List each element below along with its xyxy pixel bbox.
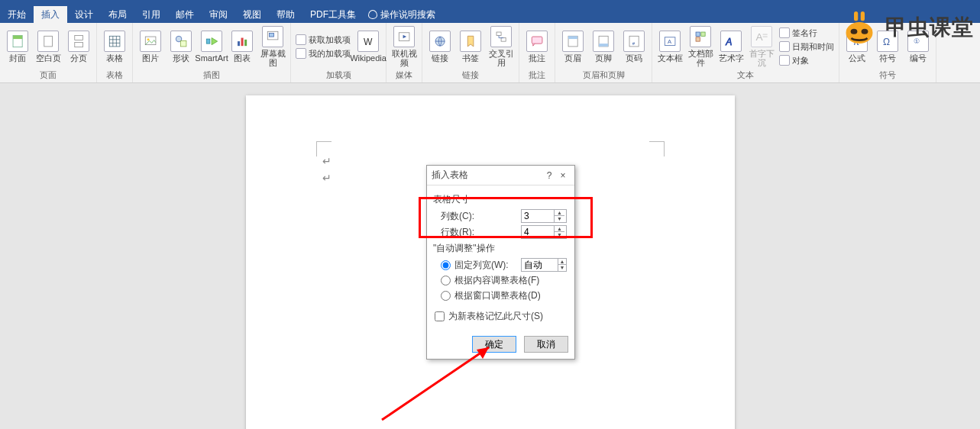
tab-mail[interactable]: 邮件 [168,6,202,23]
fixed-width-radio[interactable] [441,260,451,270]
bookmark-button[interactable]: 书签 [456,29,485,64]
pagenum-button[interactable]: #页码 [619,29,648,64]
autofit-section: "自动调整"操作 [433,242,567,255]
cover-page-button[interactable]: 封面 [3,29,32,64]
tell-me-search[interactable]: 操作说明搜索 [368,8,435,21]
group-addins-label: 加载项 [326,69,351,82]
fixed-width-input[interactable] [522,260,554,270]
bookmark-icon [460,31,481,52]
group-links-label: 链接 [462,69,479,82]
spin-up-icon[interactable]: ▲ [555,226,564,232]
remember-size-checkbox[interactable] [435,311,445,321]
fit-content-label: 根据内容调整表格(F) [454,274,539,287]
link-button[interactable]: 链接 [425,29,454,64]
tab-start[interactable]: 开始 [0,6,34,23]
svg-rect-38 [696,37,700,41]
fit-window-radio[interactable] [441,291,451,301]
svg-text:W: W [364,37,373,47]
dropcap-button[interactable]: A首字下沉 [747,24,776,69]
svg-point-52 [862,29,868,34]
quickparts-icon [690,26,711,47]
fit-content-radio[interactable] [441,276,451,285]
rows-input[interactable] [522,227,554,237]
datetime-button[interactable]: 日期和时间 [778,40,836,53]
page-break-button[interactable]: 分页 [64,29,93,64]
remember-size-label: 为新表格记忆此尺寸(S) [448,310,543,323]
svg-rect-14 [206,39,210,44]
paragraph-mark: ↵ [322,172,332,184]
svg-rect-20 [269,33,273,37]
group-text-label: 文本 [737,69,754,82]
tab-pdf[interactable]: PDF工具集 [302,6,364,23]
datetime-icon [779,41,790,52]
fixed-width-spinner[interactable]: ▲▼ [521,258,567,272]
cover-page-icon [7,31,28,52]
columns-input[interactable] [522,211,554,221]
tab-view[interactable]: 视图 [235,6,269,23]
tab-review[interactable]: 审阅 [202,6,235,23]
quickparts-button[interactable]: 文档部件 [686,24,715,69]
svg-text:A: A [755,31,763,43]
cancel-button[interactable]: 取消 [524,336,568,353]
dialog-close-button[interactable]: × [556,170,570,181]
group-page-label: 页面 [40,69,57,82]
spin-down-icon[interactable]: ▼ [555,216,564,222]
spin-up-icon[interactable]: ▲ [558,259,566,265]
margin-corner-tl [316,141,332,156]
svg-rect-1 [13,35,22,39]
tab-help[interactable]: 帮助 [269,6,302,23]
wordart-button[interactable]: A艺术字 [716,29,746,64]
tab-reference[interactable]: 引用 [134,6,168,23]
object-icon [779,55,790,66]
smartart-button[interactable]: SmartArt [197,29,226,64]
chart-button[interactable]: 图表 [228,29,257,64]
signature-line-button[interactable]: 签名行 [778,27,836,40]
online-video-button[interactable]: 联机视频 [390,24,419,69]
comment-button[interactable]: 批注 [522,29,551,64]
footer-icon [593,31,614,52]
svg-marker-15 [212,37,218,44]
footer-button[interactable]: 页脚 [589,29,618,64]
table-size-section: 表格尺寸 [433,193,567,206]
comment-icon [526,31,548,52]
tab-insert[interactable]: 插入 [34,6,67,23]
table-button[interactable]: 表格 [100,29,129,64]
fit-window-label: 根据窗口调整表格(D) [454,289,541,302]
pagenum-icon: # [623,31,645,52]
picture-button[interactable]: 图片 [136,29,165,64]
spin-down-icon[interactable]: ▼ [558,265,566,271]
screenshot-button[interactable]: 屏幕截图 [258,24,287,69]
header-button[interactable]: 页眉 [558,29,587,64]
svg-rect-36 [696,32,700,36]
spin-up-icon[interactable]: ▲ [555,210,564,216]
get-addins-button[interactable]: 获取加载项 [294,34,352,47]
ok-button[interactable]: 确定 [472,336,516,353]
svg-rect-50 [861,11,865,21]
columns-spinner[interactable]: ▲▼ [521,209,567,223]
blank-page-button[interactable]: 空白页 [34,29,63,64]
object-button[interactable]: 对象 [778,54,836,67]
svg-rect-37 [701,32,705,36]
tab-layout[interactable]: 布局 [101,6,134,23]
group-table-label: 表格 [106,69,123,82]
svg-rect-13 [180,40,186,47]
page-break-icon [68,31,89,52]
dialog-help-button[interactable]: ? [542,170,556,181]
crossref-button[interactable]: 交叉引用 [487,24,516,69]
svg-point-11 [147,38,149,40]
blank-page-icon [37,31,59,52]
tab-design[interactable]: 设计 [67,6,101,23]
textbox-button[interactable]: A文本框 [655,29,684,64]
group-comment-label: 批注 [529,69,545,82]
insert-table-dialog: 插入表格 ? × 表格尺寸 列数(C): ▲▼ 行数(R): ▲▼ "自动调整"… [426,165,575,360]
svg-rect-4 [75,43,83,47]
rows-label: 行数(R): [441,226,521,239]
wikipedia-button[interactable]: WWikipedia [354,29,383,64]
watermark-logo: 甲虫课堂 [838,6,974,49]
shapes-button[interactable]: 形状 [167,29,196,64]
rows-spinner[interactable]: ▲▼ [521,225,567,239]
spin-down-icon[interactable]: ▼ [555,232,564,238]
ribbon-tabs: 开始 插入 设计 布局 引用 邮件 审阅 视图 帮助 PDF工具集 操作说明搜索 [0,6,980,23]
my-addins-button[interactable]: 我的加载项 [294,47,352,60]
smartart-icon [201,31,222,52]
